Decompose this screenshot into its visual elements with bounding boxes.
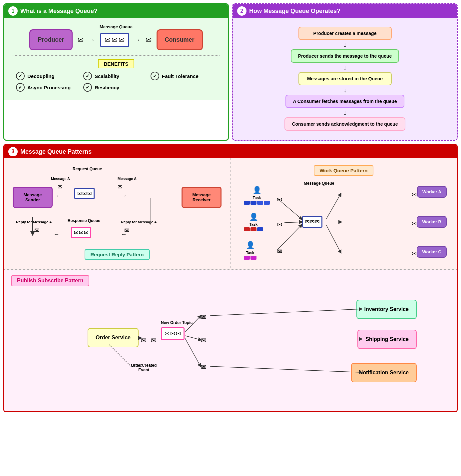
flow-arrow-3: ↓ [343,86,347,94]
mq-diagram: Message Queue Producer ✉ → ✉ ✉ ✉ → ✉ Con… [9,23,223,54]
panel-what-is-mq: 1 What is a Message Queue? Message Queue… [3,3,229,141]
shipping-service-box: Shipping Service [357,330,417,349]
benefit-label-4: Async Processing [27,85,71,90]
task-bar-red-1 [244,227,250,231]
task-label-1: Task [253,196,261,200]
wq-queue-label: Message Queue [304,181,334,186]
msg-a-label-top-right: Message A [118,177,137,181]
flow-step-1: Producer creates a message [298,27,392,40]
order-service-box: Order Service [88,328,139,347]
task-bar-purple-1 [244,256,250,260]
resp-mail-1: ✉ [74,229,78,236]
benefit-resiliency: ✓ Resiliency [83,83,149,92]
task-label-2: Task [249,222,257,226]
message-sender-box: Message Sender [13,187,53,208]
task-bar-red-3 [257,227,263,231]
panel2-title: How Message Queue Operates? [249,8,340,15]
rq-mail-1: ✉ [77,190,82,197]
wq-q-mail-2: ✉ [310,219,314,225]
message-receiver-box: Message Receiver [182,187,222,208]
panel-mq-patterns: 3 Message Queue Patterns Request Queue R… [3,144,458,412]
task-bar-purple-2 [250,256,256,260]
worker-c: Worker C [417,246,447,258]
topic-mail-2: ✉ [170,330,175,337]
wq-out-mail-2: ✉ [412,220,417,227]
panel3-num: 3 [8,147,18,156]
request-reply-section: Request Queue Response Queue Message A M… [4,158,230,269]
divider1 [13,55,220,56]
reply-label-right: Reply for Message A [121,220,157,224]
pubsub-label: Publish Subscribe Pattern [11,275,89,286]
queue-mail-2: ✉ [112,36,118,44]
mail-icon-bottom-left: ✉ [34,227,39,234]
panel3-title: Message Queue Patterns [20,148,92,155]
rq-mail-2: ✉ [82,190,87,197]
pubsub-to-shipping-mail: ✉ [201,336,207,344]
resp-mail-3: ✉ [84,229,88,236]
rq-mail-3: ✉ [87,190,92,197]
wq-queue-box: ✉ ✉ ✉ [302,216,322,228]
pubsub-to-inventory-mail: ✉ [201,313,207,321]
rr-arrow-1: → [54,192,60,199]
patterns-top: Request Queue Response Queue Message A M… [4,158,457,270]
task-bar-blue-2 [250,201,256,205]
wq-out-mail-3: ✉ [412,250,417,257]
task-bars-2 [244,227,263,231]
flowchart: Producer creates a message ↓ Producer se… [238,23,452,135]
benefit-label-5: Resiliency [95,85,119,90]
check-icon-2: ✓ [83,72,92,80]
response-queue-box: ✉ ✉ ✉ [71,227,91,238]
wq-mail-1: ✉ [277,196,282,203]
pubsub-out-mail-2: ✉ [151,336,157,344]
req-queue-label: Request Queue [73,167,102,171]
pubsub-diagram: Order Service ✉ ✉ New Order Topic ✉ ✉ ✉ … [11,293,450,406]
wq-mail-3: ✉ [277,248,282,255]
flow-arrow-1: ↓ [343,41,347,49]
svg-line-5 [326,194,340,219]
flow-step-2: Producer sends the message to the queue [291,49,399,63]
request-queue-box: ✉ ✉ ✉ [74,188,95,199]
rr-arrow-2: → [121,192,127,199]
task-bar-blue-4 [264,201,270,205]
topic-mail-1: ✉ [165,330,170,337]
task-bars-1 [244,201,270,205]
rr-svg-arrows [11,165,223,262]
panel1-num: 1 [8,6,18,16]
wq-q-mail-1: ✉ [305,219,309,225]
svg-line-12 [210,309,361,316]
svg-line-4 [277,225,301,250]
svg-line-15 [109,345,131,366]
svg-line-11 [185,338,200,366]
queue-mail-1: ✉ [105,36,111,44]
task-3: 👤 Task [244,241,256,260]
top-row: 1 What is a Message Queue? Message Queue… [3,3,458,141]
panel3-header: 3 Message Queue Patterns [4,145,457,158]
wq-out-mail-1: ✉ [412,191,417,198]
message-queue-box: ✉ ✉ ✉ [100,33,129,47]
flow-step-5: Consumer sends acknowledgment to the que… [284,117,405,131]
consumer-mail-icon: ✉ [146,36,152,44]
flow-arrow-4: ↓ [343,109,347,117]
task-bar-red-2 [250,227,256,231]
msg-a-label-top-left: Message A [51,177,70,181]
reply-label-left: Reply for Message A [16,220,52,224]
work-queue-section: Work Queue Pattern 👤 Task [230,158,457,269]
panel2-body: Producer creates a message ↓ Producer se… [233,18,457,140]
wq-mail-2: ✉ [277,221,282,228]
request-reply-label: Request Reply Pattern [84,249,150,260]
svg-line-3 [284,222,301,223]
pubsub-to-notification-mail: ✉ [201,363,207,371]
panel2-num: 2 [237,6,246,16]
benefit-label-1: Decoupling [27,73,55,79]
order-created-event-label: OrderCreatedEvent [131,363,157,372]
task-label-3: Task [246,251,254,255]
flow-step-4: A Consumer fetches messages from the que… [285,95,404,108]
benefits-title-wrap: BENEFITS [13,59,220,72]
queue-mail-3: ✉ [119,36,125,44]
benefit-label-3: Fault Tolerance [162,73,199,79]
check-icon-3: ✓ [151,72,159,80]
notification-service-box: Notification Service [351,363,417,382]
panel2-header: 2 How Message Queue Operates? [233,4,457,18]
benefits-grid: ✓ Decoupling ✓ Scalability ✓ Fault Toler… [13,72,220,92]
mail-icon-top-left: ✉ [58,183,63,191]
